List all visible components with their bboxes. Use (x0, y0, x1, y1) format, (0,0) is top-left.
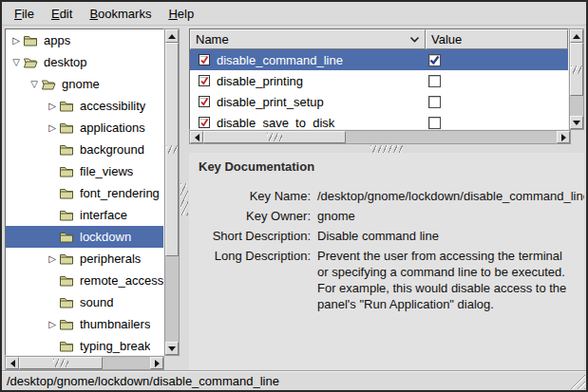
scroll-track[interactable] (346, 131, 557, 143)
tree-item-interface[interactable]: interface (6, 204, 163, 226)
key-name-cell: disable_print_setup (190, 95, 426, 109)
key-value-cell (426, 54, 568, 66)
menu-file[interactable]: File (6, 4, 43, 24)
column-header-name[interactable]: Name (190, 29, 426, 49)
checkbox-checked[interactable] (428, 54, 441, 66)
tree-item-gnome[interactable]: ▽gnome (6, 73, 163, 95)
scroll-left-button[interactable] (190, 131, 203, 143)
tree-item-file_views[interactable]: file_views (6, 160, 163, 182)
scroll-thumb[interactable] (19, 357, 103, 369)
tree-item-remote_access[interactable]: remote_access (6, 270, 163, 291)
key-name-cell: disable_save_to_disk (190, 116, 426, 130)
column-header-value[interactable]: Value (426, 29, 568, 49)
collapse-arrow-icon[interactable]: ▽ (9, 58, 23, 67)
menu-bar: File Edit Bookmarks Help (2, 2, 586, 26)
key-name-label: disable_print_setup (217, 95, 324, 109)
main-area: ▷apps▽desktop▽gnome▷accessibility▷applic… (2, 26, 586, 370)
tree-vertical-scrollbar[interactable] (164, 28, 180, 356)
tree-item-label: sound (80, 295, 113, 309)
tree-item-label: gnome (62, 77, 100, 91)
thumb-grip (571, 65, 582, 74)
key-name-label: disable_save_to_disk (217, 116, 334, 130)
tree-item-sound[interactable]: sound (6, 291, 163, 313)
status-bar: /desktop/gnome/lockdown/disable_command_… (2, 370, 586, 390)
tree-item-accessibility[interactable]: ▷accessibility (6, 95, 163, 117)
doc-field-label: Long Description: (199, 248, 311, 312)
folder-icon (59, 318, 74, 330)
tree-item-label: remote_access (80, 273, 163, 288)
tree-item-desktop[interactable]: ▽desktop (6, 51, 163, 73)
scroll-right-button[interactable] (150, 357, 163, 369)
folder-icon (59, 187, 74, 199)
key-documentation-panel: Key Documentation Key Name:/desktop/gnom… (189, 153, 584, 370)
splitter-grip (370, 145, 403, 153)
key-value-cell (426, 117, 568, 129)
scroll-track[interactable] (570, 96, 583, 116)
folder-icon (59, 340, 74, 352)
down-arrow-icon (573, 121, 580, 129)
tree-item-typing_break[interactable]: typing_break (6, 335, 163, 356)
key-name-cell: disable_printing (190, 74, 426, 88)
up-arrow-icon (573, 30, 580, 39)
checkbox-unchecked[interactable] (428, 117, 441, 129)
key-icon (198, 116, 211, 129)
scroll-track[interactable] (103, 357, 150, 369)
list-vertical-scrollbar[interactable] (569, 28, 584, 130)
column-label: Value (431, 32, 462, 47)
list-horizontal-scrollbar[interactable] (189, 130, 571, 144)
thumb-grip (53, 359, 68, 367)
scroll-thumb[interactable] (203, 131, 346, 143)
tree-item-label: apps (44, 33, 70, 47)
collapse-arrow-icon[interactable]: ▽ (28, 80, 41, 89)
list-header: Name Value (190, 29, 568, 49)
tree-horizontal-scrollbar[interactable] (5, 356, 164, 370)
checkbox-unchecked[interactable] (428, 96, 441, 108)
scroll-up-button[interactable] (165, 29, 179, 43)
right-arrow-icon (561, 134, 570, 141)
scroll-thumb[interactable] (570, 43, 583, 96)
scroll-thumb[interactable] (165, 43, 179, 256)
scroll-down-button[interactable] (165, 342, 179, 355)
tree-item-peripherals[interactable]: ▷peripherals (6, 248, 163, 270)
doc-splitter[interactable] (189, 144, 584, 153)
key-list[interactable]: Name Value disable_command_linedisable_p… (189, 28, 569, 130)
doc-field-value: gnome (317, 208, 575, 224)
left-arrow-icon (7, 360, 15, 367)
folder-icon (59, 121, 74, 134)
folder-icon (59, 165, 74, 177)
checkbox-unchecked[interactable] (428, 75, 441, 87)
key-row-disable_command_line[interactable]: disable_command_line (190, 49, 568, 70)
tree-item-background[interactable]: background (6, 139, 163, 160)
open-folder-icon (23, 56, 38, 68)
expand-arrow-icon[interactable]: ▷ (46, 254, 59, 264)
scroll-left-button[interactable] (6, 357, 19, 369)
resize-grip-icon[interactable] (569, 373, 585, 389)
key-row-disable_print_setup[interactable]: disable_print_setup (190, 91, 568, 112)
open-folder-icon (41, 78, 56, 90)
column-label: Name (196, 32, 229, 47)
expand-arrow-icon[interactable]: ▷ (46, 320, 59, 329)
scroll-down-button[interactable] (570, 116, 583, 129)
expand-arrow-icon[interactable]: ▷ (46, 102, 59, 111)
tree-view[interactable]: ▷apps▽desktop▽gnome▷accessibility▷applic… (5, 28, 164, 356)
tree-item-font_rendering[interactable]: font_rendering (6, 182, 163, 204)
menu-bookmarks[interactable]: Bookmarks (81, 4, 160, 24)
scroll-track[interactable] (165, 256, 179, 342)
tree-item-apps[interactable]: ▷apps (6, 29, 163, 51)
scroll-up-button[interactable] (570, 29, 583, 43)
scroll-right-button[interactable] (557, 131, 570, 143)
tree-item-label: interface (80, 208, 127, 222)
tree-item-label: desktop (44, 55, 87, 69)
tree-item-lockdown[interactable]: lockdown (6, 226, 163, 248)
tree-item-applications[interactable]: ▷applications (6, 117, 163, 139)
menu-edit[interactable]: Edit (43, 4, 81, 24)
menu-help[interactable]: Help (160, 4, 202, 24)
key-row-disable_printing[interactable]: disable_printing (190, 70, 568, 91)
expand-arrow-icon[interactable]: ▷ (9, 36, 23, 46)
tree-pane: ▷apps▽desktop▽gnome▷accessibility▷applic… (5, 28, 180, 370)
key-name-cell: disable_command_line (190, 53, 426, 67)
tree-item-thumbnailers[interactable]: ▷thumbnailers (6, 313, 163, 335)
pane-splitter[interactable] (180, 28, 189, 370)
expand-arrow-icon[interactable]: ▷ (46, 123, 59, 133)
key-row-disable_save_to_disk[interactable]: disable_save_to_disk (190, 112, 568, 130)
